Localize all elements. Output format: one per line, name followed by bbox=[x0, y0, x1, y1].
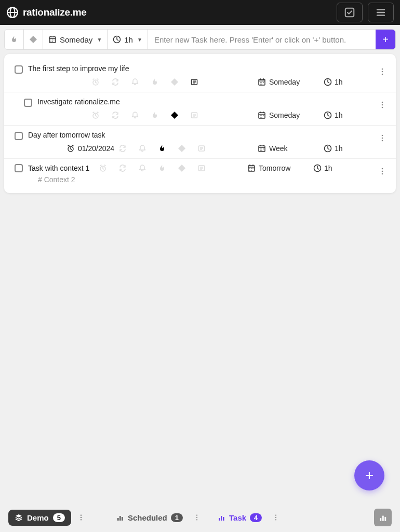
demo-count: 5 bbox=[53, 513, 65, 522]
task-schedule[interactable]: Someday bbox=[258, 111, 300, 119]
chevron-down-icon: ▼ bbox=[97, 37, 102, 43]
clock-icon bbox=[324, 78, 332, 86]
scheduled-count: 1 bbox=[171, 513, 183, 522]
repeat-icon[interactable] bbox=[111, 111, 119, 119]
task-count: 4 bbox=[250, 513, 262, 522]
fire-icon[interactable] bbox=[158, 164, 166, 172]
bell-icon[interactable] bbox=[131, 111, 139, 119]
clock-icon bbox=[324, 144, 332, 153]
alarm-icon[interactable] bbox=[91, 78, 100, 86]
task-checkbox[interactable] bbox=[24, 99, 32, 107]
new-task-input[interactable] bbox=[148, 30, 376, 49]
duration-label: 1h bbox=[124, 35, 133, 44]
task-row: Task with context 1 Tomorrow 1h # Contex… bbox=[4, 159, 396, 188]
fire-icon[interactable] bbox=[151, 111, 159, 119]
note-icon[interactable] bbox=[197, 164, 206, 172]
task-checkbox[interactable] bbox=[15, 164, 23, 172]
menu-button[interactable] bbox=[368, 3, 394, 22]
bars-icon bbox=[217, 513, 225, 522]
bottom-bar: Demo 5 Scheduled 1 Task 4 bbox=[0, 503, 400, 532]
task-schedule[interactable]: Week bbox=[258, 144, 288, 153]
priority-icon[interactable] bbox=[170, 78, 179, 86]
note-icon[interactable] bbox=[190, 78, 198, 86]
demo-label: Demo bbox=[27, 513, 49, 522]
task-duration[interactable]: 1h bbox=[324, 111, 343, 119]
alarm-icon[interactable] bbox=[91, 111, 100, 119]
task-date[interactable]: 01/20/2024 bbox=[66, 144, 114, 153]
repeat-icon[interactable] bbox=[111, 78, 119, 86]
bell-icon[interactable] bbox=[131, 78, 139, 86]
check-square-icon bbox=[344, 7, 355, 18]
task-list-panel: The first step to improve my life Someda… bbox=[4, 54, 396, 193]
dots-vertical-icon bbox=[193, 513, 201, 522]
task-duration[interactable]: 1h bbox=[324, 78, 343, 86]
chevron-down-icon: ▼ bbox=[137, 37, 142, 43]
priority-icon[interactable] bbox=[170, 111, 179, 119]
task-title[interactable]: The first step to improve my life bbox=[28, 64, 129, 73]
alarm-icon bbox=[66, 144, 75, 153]
schedule-dropdown[interactable]: Someday ▼ bbox=[43, 30, 108, 49]
task-row: The first step to improve my life Someda… bbox=[4, 59, 396, 92]
dots-vertical-icon bbox=[272, 513, 279, 522]
task-more-button[interactable] bbox=[377, 165, 388, 178]
dots-vertical-icon bbox=[77, 513, 85, 522]
clock-icon bbox=[113, 35, 121, 44]
calendar-icon bbox=[48, 35, 57, 44]
task-context-tag[interactable]: # Context 2 bbox=[38, 175, 385, 184]
repeat-icon[interactable] bbox=[118, 144, 127, 153]
task-checkbox[interactable] bbox=[15, 65, 23, 74]
task-duration[interactable]: 1h bbox=[324, 144, 343, 153]
task-schedule[interactable]: Tomorrow bbox=[247, 164, 290, 172]
task-more-button[interactable] bbox=[272, 513, 279, 522]
priority-filter-button[interactable] bbox=[24, 30, 43, 49]
priority-icon[interactable] bbox=[178, 164, 186, 172]
menu-icon bbox=[375, 7, 386, 18]
globe-icon bbox=[6, 6, 19, 19]
dots-vertical-icon bbox=[378, 134, 386, 142]
calendar-icon bbox=[258, 78, 266, 86]
scheduled-more-button[interactable] bbox=[193, 513, 201, 522]
scheduled-label: Scheduled bbox=[128, 513, 167, 522]
task-checkbox[interactable] bbox=[15, 132, 23, 140]
stats-button[interactable] bbox=[374, 509, 392, 526]
alarm-icon[interactable] bbox=[99, 164, 107, 172]
select-mode-button[interactable] bbox=[337, 3, 363, 22]
task-title[interactable]: Task with context 1 bbox=[28, 164, 89, 172]
new-task-toolbar: Someday ▼ 1h ▼ + bbox=[4, 29, 396, 50]
calendar-icon bbox=[258, 144, 266, 153]
clock-icon bbox=[313, 164, 322, 172]
fire-filter-button[interactable] bbox=[5, 30, 24, 49]
task-tab[interactable]: Task 4 bbox=[213, 510, 266, 525]
priority-icon[interactable] bbox=[178, 144, 186, 153]
duration-dropdown[interactable]: 1h ▼ bbox=[108, 30, 148, 49]
task-tab-label: Task bbox=[229, 513, 246, 522]
scheduled-tab[interactable]: Scheduled 1 bbox=[112, 510, 187, 525]
note-icon[interactable] bbox=[190, 111, 198, 119]
logo[interactable]: rationalize.me bbox=[6, 6, 87, 19]
task-title[interactable]: Investigate rationalize.me bbox=[37, 98, 120, 106]
task-row: Investigate rationalize.me Someday 1h bbox=[4, 92, 396, 126]
task-duration[interactable]: 1h bbox=[313, 164, 332, 172]
fire-icon[interactable] bbox=[151, 78, 159, 86]
task-title[interactable]: Day after tomorrow task bbox=[28, 131, 105, 139]
fab-add-button[interactable]: + bbox=[354, 460, 384, 490]
app-header: rationalize.me bbox=[0, 0, 400, 25]
toolbar-container: Someday ▼ 1h ▼ + bbox=[0, 25, 400, 54]
demo-more-button[interactable] bbox=[77, 513, 85, 522]
repeat-icon[interactable] bbox=[118, 164, 127, 172]
header-actions bbox=[337, 3, 394, 22]
add-task-button[interactable]: + bbox=[376, 30, 395, 49]
layers-icon bbox=[15, 513, 23, 522]
dots-vertical-icon bbox=[378, 67, 386, 76]
fire-icon bbox=[10, 35, 18, 44]
bell-icon[interactable] bbox=[138, 144, 146, 153]
task-row: Day after tomorrow task 01/20/2024 Week bbox=[4, 126, 396, 159]
bell-icon[interactable] bbox=[138, 164, 146, 172]
task-schedule[interactable]: Someday bbox=[258, 78, 300, 86]
priority-icon bbox=[29, 35, 37, 44]
demo-project-pill[interactable]: Demo 5 bbox=[8, 510, 71, 526]
dots-vertical-icon bbox=[378, 167, 386, 175]
note-icon[interactable] bbox=[197, 144, 206, 153]
calendar-icon bbox=[247, 164, 256, 172]
fire-icon[interactable] bbox=[158, 144, 166, 153]
